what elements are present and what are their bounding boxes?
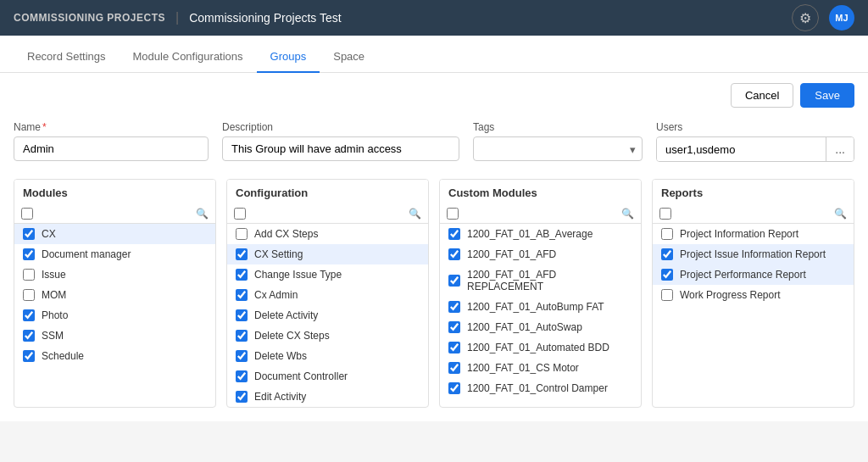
item-checkbox[interactable] <box>236 309 248 321</box>
item-label: Delete CX Steps <box>254 330 330 342</box>
list-item[interactable]: 1200_FAT_01_Automated BDD <box>440 337 641 358</box>
item-checkbox[interactable] <box>236 269 248 281</box>
item-label: 1200_FAT_01_AutoSwap <box>467 321 582 333</box>
item-checkbox[interactable] <box>661 248 673 260</box>
list-item[interactable]: Document Controller <box>227 366 428 387</box>
item-checkbox[interactable] <box>448 248 460 260</box>
item-checkbox[interactable] <box>448 301 460 313</box>
list-item[interactable]: CX Setting <box>227 244 428 264</box>
item-checkbox[interactable] <box>23 228 35 240</box>
item-checkbox[interactable] <box>236 370 248 382</box>
tab-record-settings[interactable]: Record Settings <box>14 42 120 73</box>
list-item[interactable]: Document manager <box>14 244 215 264</box>
item-checkbox[interactable] <box>23 309 35 321</box>
item-label: 1200_FAT_01_CS Motor <box>467 362 579 374</box>
user-avatar[interactable]: MJ <box>829 5 854 31</box>
item-label: Project Information Report <box>680 228 798 240</box>
users-more-button[interactable]: ... <box>826 137 854 161</box>
users-input[interactable] <box>657 138 826 161</box>
list-item[interactable]: 1200_FAT_01_CS Motor <box>440 358 641 378</box>
item-checkbox[interactable] <box>236 350 248 362</box>
item-checkbox[interactable] <box>448 275 460 287</box>
tab-module-configurations[interactable]: Module Configurations <box>120 42 257 73</box>
item-checkbox[interactable] <box>236 391 248 403</box>
item-label: 1200_FAT_01_Control Damper <box>467 382 608 394</box>
configuration-select-all[interactable] <box>234 208 246 220</box>
tags-select[interactable] <box>473 136 643 161</box>
configuration-search-input[interactable] <box>251 208 403 220</box>
item-checkbox[interactable] <box>448 362 460 374</box>
item-checkbox[interactable] <box>448 342 460 353</box>
name-input[interactable] <box>14 136 209 161</box>
tab-space[interactable]: Space <box>320 42 378 73</box>
modules-search-input[interactable] <box>38 208 191 220</box>
cancel-button[interactable]: Cancel <box>731 83 793 108</box>
item-label: CX <box>42 228 56 240</box>
list-item[interactable]: Delete CX Steps <box>227 326 428 346</box>
list-item[interactable]: Work Progress Report <box>653 285 854 305</box>
project-name: Commissioning Projects Test <box>189 11 341 25</box>
list-item[interactable]: 1200_FAT_01_AFD <box>440 244 641 264</box>
app-name: COMMISSIONING PROJECTS <box>14 12 165 24</box>
reports-panel: Reports 🔍 Project Information ReportProj… <box>652 179 854 408</box>
search-icon: 🔍 <box>621 208 634 220</box>
gear-icon: ⚙ <box>799 10 811 26</box>
list-item[interactable]: 1200_FAT_01_Control Damper <box>440 378 641 398</box>
item-checkbox[interactable] <box>661 289 673 301</box>
list-item[interactable]: Project Issue Information Report <box>653 244 854 264</box>
item-checkbox[interactable] <box>23 330 35 342</box>
list-item[interactable]: 1200_FAT_01_AutoBump FAT <box>440 297 641 317</box>
configuration-search-row: 🔍 <box>227 204 428 224</box>
tags-select-wrapper: ▾ <box>473 136 643 161</box>
list-item[interactable]: Delete Wbs <box>227 346 428 366</box>
description-input[interactable] <box>222 136 459 161</box>
list-item[interactable]: Edit Activity <box>227 387 428 407</box>
item-label: SSM <box>42 330 64 342</box>
item-checkbox[interactable] <box>236 330 248 342</box>
list-item[interactable]: Project Performance Report <box>653 264 854 285</box>
item-checkbox[interactable] <box>236 228 248 240</box>
custom-modules-select-all[interactable] <box>447 208 459 220</box>
list-item[interactable]: Add CX Steps <box>227 224 428 244</box>
list-item[interactable]: Photo <box>14 305 215 326</box>
modules-list: CXDocument managerIssueMOMPhotoSSMSchedu… <box>14 224 215 407</box>
list-item[interactable]: Cx Admin <box>227 285 428 305</box>
custom-modules-search-input[interactable] <box>464 208 616 220</box>
item-checkbox[interactable] <box>661 228 673 240</box>
list-item[interactable]: Project Information Report <box>653 224 854 244</box>
item-checkbox[interactable] <box>448 321 460 333</box>
item-checkbox[interactable] <box>661 269 673 281</box>
item-checkbox[interactable] <box>23 248 35 260</box>
list-item[interactable]: MOM <box>14 285 215 305</box>
reports-select-all[interactable] <box>659 208 671 220</box>
list-item[interactable]: SSM <box>14 326 215 346</box>
item-checkbox[interactable] <box>23 350 35 362</box>
modules-select-all[interactable] <box>21 208 33 220</box>
item-checkbox[interactable] <box>236 289 248 301</box>
modules-header: Modules <box>14 180 215 204</box>
reports-search-input[interactable] <box>676 208 829 220</box>
reports-header: Reports <box>653 180 854 204</box>
list-item[interactable]: Delete Activity <box>227 305 428 326</box>
item-checkbox[interactable] <box>448 382 460 394</box>
item-checkbox[interactable] <box>236 248 248 260</box>
list-item[interactable]: 1200_FAT_01_AFD REPLACEMENT <box>440 264 641 297</box>
list-item[interactable]: 1200_FAT_01_AutoSwap <box>440 317 641 337</box>
item-label: Document manager <box>42 248 131 260</box>
list-item[interactable]: 1200_FAT_01_AB_Average <box>440 224 641 244</box>
tab-groups[interactable]: Groups <box>257 42 320 73</box>
list-item[interactable]: Issue <box>14 264 215 285</box>
toolbar: Cancel Save <box>14 83 854 108</box>
users-label: Users <box>656 121 854 133</box>
reports-list: Project Information ReportProject Issue … <box>653 224 854 407</box>
item-checkbox[interactable] <box>23 269 35 281</box>
save-button[interactable]: Save <box>800 83 854 108</box>
item-label: CX Setting <box>254 248 303 260</box>
list-item[interactable]: CX <box>14 224 215 244</box>
item-checkbox[interactable] <box>23 289 35 301</box>
settings-icon[interactable]: ⚙ <box>792 4 819 31</box>
list-item[interactable]: Change Issue Type <box>227 264 428 285</box>
item-checkbox[interactable] <box>448 228 460 240</box>
item-label: Delete Activity <box>254 309 318 321</box>
list-item[interactable]: Schedule <box>14 346 215 366</box>
